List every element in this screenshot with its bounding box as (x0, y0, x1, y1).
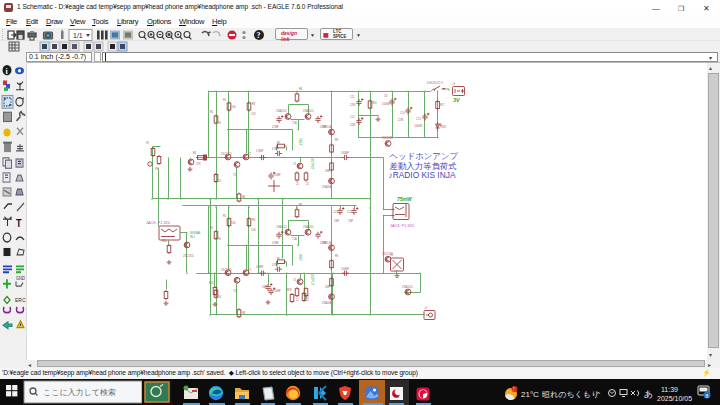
svg-text:47K: 47K (196, 162, 201, 166)
svg-text:1K: 1K (218, 295, 221, 299)
svg-text:2SD15A: 2SD15A (322, 125, 332, 129)
svg-text:C13: C13 (416, 117, 421, 121)
svg-text:C12: C12 (350, 115, 355, 119)
svg-text:T1A: T1A (292, 121, 297, 125)
svg-text:JACK: PJ-320: JACK: PJ-320 (390, 224, 414, 228)
svg-text:2SA1015: 2SA1015 (402, 285, 413, 289)
svg-text:47MF: 47MF (272, 241, 279, 245)
svg-text:C21: C21 (333, 210, 338, 214)
svg-text:2SA1015: 2SA1015 (276, 225, 287, 229)
svg-text:3.3MF: 3.3MF (256, 149, 264, 153)
svg-text:1000M: 1000M (382, 102, 390, 106)
svg-text:R8: R8 (242, 195, 246, 199)
svg-text:22M: 22M (350, 123, 355, 127)
svg-text:2SC1815: 2SC1815 (183, 254, 194, 258)
svg-text:R7: R7 (277, 141, 281, 145)
svg-text:75mW: 75mW (397, 196, 413, 202)
svg-text:3.3MF: 3.3MF (256, 265, 264, 269)
svg-text:?: ? (257, 31, 261, 40)
svg-text:47MF: 47MF (272, 125, 279, 129)
svg-text:22M: 22M (350, 103, 355, 107)
svg-text:C8: C8 (384, 94, 388, 98)
svg-text:R1: R1 (223, 98, 227, 102)
svg-text:2MF: 2MF (325, 285, 331, 289)
svg-text:2MF: 2MF (325, 169, 331, 173)
svg-text:IN L: IN L (190, 235, 196, 239)
svg-text:C11: C11 (350, 95, 355, 99)
svg-text:JACK: PJ-320: JACK: PJ-320 (146, 221, 170, 225)
svg-text:R7: R7 (277, 257, 281, 261)
svg-text:T4: T4 (293, 162, 297, 166)
svg-text:IN: IN (146, 141, 149, 145)
svg-text:1/1: 1/1 (73, 32, 83, 39)
svg-text:差動入力等負荷式: 差動入力等負荷式 (390, 161, 457, 171)
svg-text:R2: R2 (210, 226, 214, 230)
svg-text:R9: R9 (335, 138, 339, 142)
svg-text:21°C: 21°C (521, 390, 539, 399)
svg-text:ヘッドホンアンプ: ヘッドホンアンプ (390, 151, 459, 161)
svg-text:T4: T4 (293, 278, 297, 282)
svg-text:11:39: 11:39 (661, 386, 678, 393)
svg-text:晅れのちくもり: 晅れのちくもり (542, 390, 599, 399)
svg-text:22: 22 (296, 182, 299, 186)
svg-text:2SC1815: 2SC1815 (221, 152, 232, 156)
svg-text:C22: C22 (347, 210, 352, 214)
svg-text:22M: 22M (398, 118, 403, 122)
svg-text:47: 47 (306, 295, 309, 299)
svg-text:R16: R16 (372, 101, 377, 105)
svg-text:OUTPUT: OUTPUT (310, 274, 314, 286)
svg-text:100MF: 100MF (341, 267, 349, 271)
svg-text:1MF: 1MF (334, 219, 340, 223)
svg-text:R3: R3 (252, 218, 256, 222)
svg-text:47MF: 47MF (272, 263, 279, 267)
svg-text:R28: R28 (287, 288, 292, 292)
svg-text:47MF: 47MF (272, 147, 279, 151)
svg-text:R9: R9 (335, 254, 339, 258)
svg-text:R1: R1 (223, 214, 227, 218)
svg-text:2SC1815: 2SC1815 (221, 268, 232, 272)
svg-text:OUTPUT: OUTPUT (310, 158, 314, 170)
svg-text:あ: あ (644, 389, 653, 399)
svg-text:CS: CS (394, 395, 400, 399)
svg-text:1MF: 1MF (262, 285, 268, 289)
svg-text:R6: R6 (299, 87, 303, 91)
svg-text:+V: +V (424, 306, 428, 310)
svg-text:!: ! (513, 387, 514, 392)
svg-text:10K: 10K (251, 228, 256, 232)
svg-text:ERC: ERC (15, 297, 26, 303)
svg-text:ここに入力して検索: ここに入力して検索 (43, 388, 116, 397)
svg-text:1MF: 1MF (348, 219, 354, 223)
svg-text:R3: R3 (252, 102, 256, 106)
svg-text:VREF: VREF (298, 254, 302, 262)
svg-text:R6: R6 (299, 203, 303, 207)
svg-text:2SA1015: 2SA1015 (303, 225, 314, 229)
svg-text:2025/10/05: 2025/10/05 (657, 395, 692, 402)
svg-text:2SA05A: 2SA05A (322, 185, 332, 189)
svg-text:VREF: VREF (298, 138, 302, 146)
svg-text:10MF: 10MF (274, 289, 281, 293)
svg-text:R8: R8 (242, 311, 246, 315)
svg-text:2SD15A: 2SD15A (322, 241, 332, 245)
svg-text:T: T (16, 218, 22, 230)
svg-text:X1: X1 (390, 253, 394, 257)
svg-text:C10: C10 (400, 111, 405, 115)
svg-text:T1A: T1A (292, 237, 297, 241)
svg-text:22: 22 (306, 182, 309, 186)
svg-text:8: 8 (706, 393, 709, 399)
svg-text:R4: R4 (193, 151, 197, 155)
svg-text:GND: GND (16, 276, 25, 281)
svg-text:22: 22 (296, 298, 299, 302)
svg-text:1000M: 1000M (414, 124, 422, 128)
svg-text:10K: 10K (231, 221, 236, 225)
svg-text:VR: VR (155, 167, 159, 171)
svg-text:1K: 1K (218, 121, 221, 125)
svg-text:S-EU3.5/21.9: S-EU3.5/21.9 (427, 81, 443, 85)
svg-text:+V: +V (452, 82, 456, 86)
svg-text:2SA1015: 2SA1015 (276, 109, 287, 113)
svg-text:T2: T2 (248, 152, 252, 156)
svg-text:10MF: 10MF (274, 173, 281, 177)
svg-text:⌃: ⌃ (595, 391, 602, 400)
svg-text:100MF: 100MF (341, 151, 349, 155)
svg-text:T2: T2 (248, 268, 252, 272)
svg-text:3V: 3V (453, 97, 461, 103)
